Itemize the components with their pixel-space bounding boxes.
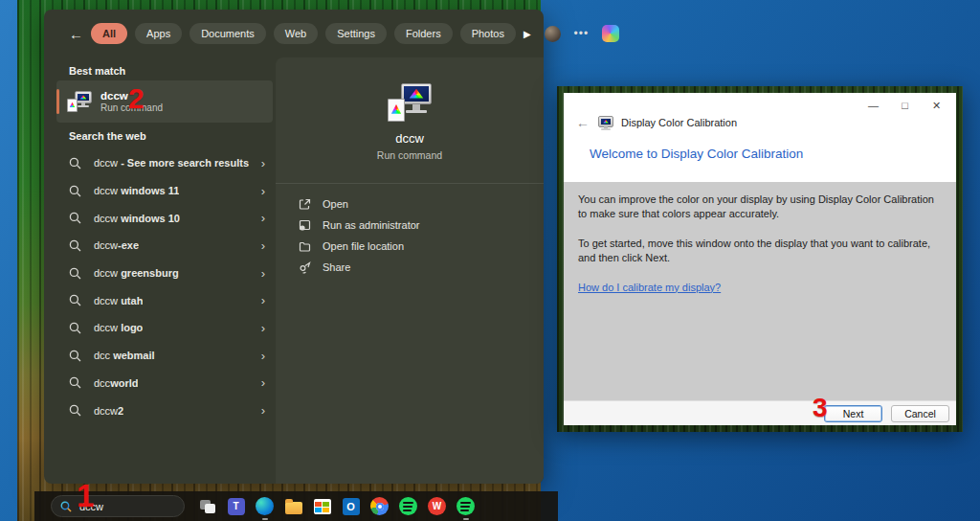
web-suggestion-row[interactable]: dccw windows 10 › [56, 204, 273, 232]
chevron-right-icon[interactable]: › [261, 376, 265, 389]
copilot-icon[interactable] [602, 25, 619, 42]
best-match-label: Best match [69, 65, 125, 77]
search-icon [69, 376, 81, 389]
task-view-icon[interactable] [197, 496, 217, 516]
calibrate-help-link[interactable]: How do I calibrate my display? [578, 281, 721, 295]
calibration-window-frame: — □ ✕ ← Display Color Calibration Welcom… [557, 86, 963, 432]
teams-icon[interactable]: T [226, 496, 246, 516]
more-filters-icon[interactable]: ▶ [523, 29, 531, 39]
filter-tab-all[interactable]: All [91, 23, 127, 44]
suggestion-bold: greensburg [121, 267, 179, 279]
web-suggestion-row[interactable]: dcc webmail › [56, 342, 273, 370]
preview-title: dccw [276, 131, 544, 146]
preview-actions: Open Run as administrator Open file loca… [299, 193, 420, 278]
wps-office-icon[interactable]: W [427, 496, 447, 516]
back-icon[interactable]: ← [69, 26, 83, 42]
chrome-icon[interactable] [369, 496, 390, 516]
body-paragraph-1: You can improve the color on your displa… [578, 193, 942, 222]
web-suggestion-row[interactable]: dccw utah › [56, 286, 273, 314]
minimize-icon[interactable]: — [858, 96, 889, 115]
filter-tab-documents[interactable]: Documents [189, 23, 266, 44]
action-share[interactable]: Share [299, 257, 420, 278]
chevron-right-icon[interactable]: › [261, 404, 265, 417]
suggestion-bold: world [110, 377, 138, 389]
next-button[interactable]: Next [824, 405, 882, 422]
search-icon [69, 294, 81, 306]
suggestion-text: dcc [94, 377, 110, 389]
search-icon [69, 212, 81, 224]
display-color-calibration-window: — □ ✕ ← Display Color Calibration Welcom… [564, 93, 956, 425]
search-flyout: ← All Apps Documents Web Settings Folder… [44, 10, 544, 484]
share-icon [299, 261, 311, 274]
suggestion-bold: - See more search results [121, 157, 249, 169]
chevron-right-icon[interactable]: › [261, 267, 265, 280]
suggestion-text: dccw [94, 267, 121, 279]
filter-tab-photos[interactable]: Photos [460, 23, 516, 44]
search-icon [69, 404, 81, 417]
suggestion-bold: logo [121, 322, 143, 333]
outlook-icon[interactable]: O [341, 496, 361, 516]
chevron-right-icon[interactable]: › [261, 157, 265, 170]
action-label: Open file location [323, 240, 404, 252]
chevron-right-icon[interactable]: › [261, 185, 265, 197]
cancel-button[interactable]: Cancel [891, 405, 949, 422]
dccw-app-icon-large [388, 83, 432, 122]
chevron-right-icon[interactable]: › [261, 212, 265, 224]
avatar[interactable] [545, 26, 561, 42]
filter-tab-settings[interactable]: Settings [325, 23, 387, 44]
chevron-right-icon[interactable]: › [261, 239, 265, 252]
close-icon[interactable]: ✕ [921, 96, 952, 115]
suggestion-text: dccw [94, 239, 118, 251]
result-preview-pane: dccw Run command Open Run as administrat… [276, 57, 544, 484]
filter-tab-folders[interactable]: Folders [394, 23, 453, 44]
spotify-icon[interactable] [398, 496, 418, 516]
best-match-result[interactable]: dccw Run command [56, 80, 273, 123]
web-suggestion-row[interactable]: dccw2 › [56, 396, 273, 424]
window-title: Display Color Calibration [621, 117, 737, 128]
taskbar-search-box[interactable]: dccw [51, 495, 185, 517]
web-suggestion-row[interactable]: dccw logo › [56, 314, 273, 342]
suggestion-text: dcc [94, 350, 113, 361]
search-icon [69, 185, 81, 197]
search-icon [69, 239, 81, 252]
web-suggestion-row[interactable]: dccw greensburg › [56, 260, 273, 287]
page-title: Welcome to Display Color Calibration [590, 147, 803, 161]
suggestion-bold: windows 10 [121, 213, 180, 224]
folder-icon [299, 240, 311, 253]
dccw-app-icon [67, 91, 92, 112]
filter-tab-web[interactable]: Web [274, 23, 318, 44]
admin-shield-icon [299, 219, 311, 232]
file-explorer-icon[interactable] [283, 496, 303, 516]
annotation-step-3: 3 [813, 393, 828, 423]
divider [276, 183, 544, 184]
chevron-right-icon[interactable]: › [261, 294, 265, 306]
spotify-icon-2[interactable] [456, 496, 476, 516]
action-open[interactable]: Open [299, 193, 420, 215]
open-icon [299, 198, 311, 211]
web-suggestion-row[interactable]: dccw - See more search results › [56, 149, 273, 177]
action-label: Share [323, 261, 350, 273]
window-controls: — □ ✕ [858, 96, 952, 115]
body-paragraph-2: To get started, move this window onto th… [578, 237, 942, 266]
filter-tab-apps[interactable]: Apps [135, 23, 182, 44]
web-suggestion-row[interactable]: dccw windows 11 › [56, 177, 273, 205]
action-run-as-administrator[interactable]: Run as administrator [299, 215, 420, 236]
maximize-icon[interactable]: □ [889, 96, 921, 115]
desktop-wallpaper: ← All Apps Documents Web Settings Folder… [17, 0, 541, 521]
search-icon [69, 322, 81, 334]
microsoft-store-icon[interactable] [312, 496, 332, 516]
back-icon[interactable]: ← [576, 115, 590, 130]
action-open-file-location[interactable]: Open file location [299, 236, 420, 257]
calibration-app-icon [597, 116, 613, 129]
preview-subtitle: Run command [276, 149, 544, 161]
search-icon [69, 267, 81, 280]
edge-icon[interactable] [255, 496, 275, 516]
chevron-right-icon[interactable]: › [261, 322, 265, 334]
web-suggestion-row[interactable]: dccworld › [56, 370, 273, 397]
chevron-right-icon[interactable]: › [261, 350, 265, 362]
ellipsis-icon[interactable]: ••• [574, 27, 590, 40]
web-suggestion-row[interactable]: dccw-exe › [56, 232, 273, 260]
suggestion-text: dccw [94, 157, 121, 169]
suggestion-bold: windows 11 [121, 185, 179, 196]
annotation-step-1: 1 [77, 478, 94, 514]
